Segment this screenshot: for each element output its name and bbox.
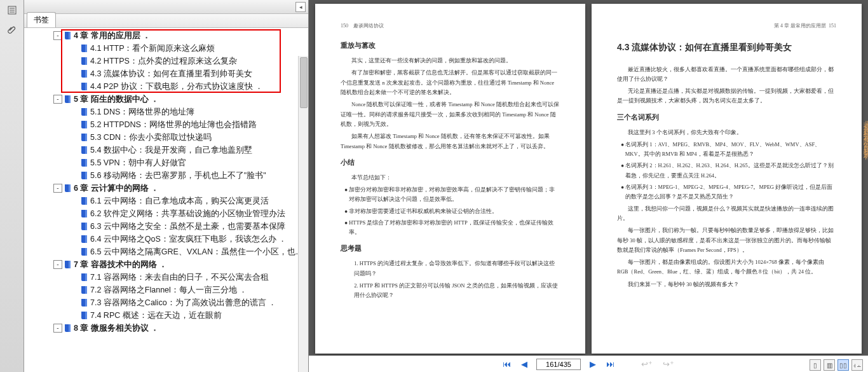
watermark-text: 北京智妍科技有限公司版权所有 [862, 114, 868, 150]
bookmark-item[interactable]: 5.3 CDN：你去小卖部取过快递吗 [24, 131, 308, 144]
page-number-input[interactable] [536, 359, 581, 370]
bookmarks-tab[interactable]: 书签 [27, 12, 56, 27]
first-page-button[interactable]: ⏮ [501, 359, 512, 369]
toggle-spacer [70, 286, 79, 294]
attachment-tool-icon[interactable] [4, 23, 20, 38]
bookmark-label: 5.6 移动网络：去巴塞罗那，手机也上不了"脸书" [90, 170, 266, 181]
toggle-spacer [70, 222, 79, 231]
collapse-icon[interactable]: - [53, 184, 62, 193]
bookmark-icon [80, 133, 88, 142]
collapse-icon[interactable]: - [53, 31, 62, 40]
two-page-view-button[interactable]: ▯▯ [837, 359, 849, 371]
bookmark-item[interactable]: 4.3 流媒体协议：如何在直播里看到帅哥美女 [24, 67, 308, 80]
bookmark-item[interactable]: 4.4 P2P 协议：下载电影，分布式协议速度快 ． [24, 80, 308, 93]
bookmark-item[interactable]: 6.1 云中网络：自己拿地成本高，购买公寓更灵活 [24, 195, 308, 207]
section-heading: 三个名词系列 [617, 111, 836, 124]
toggle-spacer [70, 158, 79, 167]
bookmark-item[interactable]: 5.4 数据中心：我是开发商，自己拿地盖别墅 [24, 144, 308, 156]
bookmark-item[interactable]: -4 章 常用的应用层 ． [24, 29, 308, 42]
bookmark-item[interactable]: 5.5 VPN：朝中有人好做官 [24, 156, 308, 169]
bullet-item: ● 名词系列 1：AVI、MPEG、RMVB、MP4、MOV、FLV、WebM、… [617, 140, 836, 160]
bookmark-item[interactable]: -8 章 微服务相关协议 ． [24, 322, 308, 334]
view-mode-controls: ▯ ▥ ▯▯ ⫞⫠ [810, 359, 863, 371]
bookmark-label: 4.1 HTTP：看个新闻原来这么麻烦 [90, 43, 215, 54]
bookmarks-sidebar: ◂ 书签 -4 章 常用的应用层 ．4.1 HTTP：看个新闻原来这么麻烦4.2… [24, 0, 309, 372]
bookmark-icon [80, 146, 88, 155]
bookmark-item[interactable]: 6.2 软件定义网络：共享基础设施的小区物业管理办法 [24, 207, 308, 220]
bookmark-item[interactable]: 4.2 HTTPS：点外卖的过程原来这么复杂 [24, 55, 308, 67]
body-text: 我们来算一下，每秒钟 30 帧的视频有多大？ [617, 280, 836, 289]
bookmark-icon [80, 286, 88, 294]
bookmark-item[interactable]: 5.2 HTTPDNS：网络世界的地址簿也会指错路 [24, 118, 308, 131]
bookmark-item[interactable]: -5 章 陌生的数据中心 ． [24, 93, 308, 106]
question-item: 2. HTTP 和 HTTPS 的正文部分可以传输 JSON 之类的信息，如果传… [341, 281, 560, 301]
bookmark-item[interactable]: 6.4 云中网络之QoS：室友疯狂下电影，我该怎么办 ． [24, 233, 308, 245]
toggle-spacer [70, 146, 79, 155]
bookmark-item[interactable]: 4.1 HTTP：看个新闻原来这么麻烦 [24, 42, 308, 55]
collapse-icon[interactable]: - [53, 95, 62, 104]
bookmark-icon [64, 184, 71, 193]
bookmark-item[interactable]: 7.4 RPC 概述：远在天边，近在眼前 [24, 309, 308, 322]
bookmark-icon [80, 69, 88, 78]
bookmark-tree[interactable]: -4 章 常用的应用层 ．4.1 HTTP：看个新闻原来这么麻烦4.2 HTTP… [24, 28, 308, 372]
bookmark-label: 7.1 容器网络：来去自由的日子，不买公寓去合租 [90, 272, 269, 283]
collapse-icon[interactable]: - [53, 324, 62, 333]
bookmark-label: 6.2 软件定义网络：共享基础设施的小区物业管理办法 [90, 209, 285, 219]
toggle-spacer [70, 209, 79, 218]
bookmark-icon [80, 247, 88, 256]
bookmark-label: 6.5 云中网络之隔离GRE、VXLAN：虽然住一个小区，也要保护隐私 [90, 247, 308, 258]
next-page-button[interactable]: ▶ [588, 359, 597, 369]
bookmark-item[interactable]: -7 章 容器技术中的网络 ． [24, 258, 308, 271]
bookmark-label: 6 章 云计算中的网络 ． [74, 183, 159, 194]
outline-tool-icon[interactable] [4, 3, 20, 18]
bullet-item: ● 名词系列 2：H.261、H.262、H.263、H.264、H.265。这… [617, 161, 836, 181]
bookmark-label: 5.2 HTTPDNS：网络世界的地址簿也会指错路 [90, 120, 257, 130]
chapter-heading: 4.3 流媒体协议：如何在直播里看到帅哥美女 [617, 39, 836, 55]
page-right: 第 4 章 最常用的应用层 151 4.3 流媒体协议：如何在直播里看到帅哥美女… [592, 4, 862, 354]
body-text: 其实，这里还有一些没有解决的问题，例如重放和篡改的问题。 [341, 56, 560, 65]
bookmark-item[interactable]: -6 章 云计算中的网络 ． [24, 182, 308, 195]
running-title-right: 第 4 章 最常用的应用层 151 [774, 22, 836, 31]
bookmark-label: 5.4 数据中心：我是开发商，自己拿地盖别墅 [90, 145, 252, 156]
bookmark-item[interactable]: 7.2 容器网络之Flannel：每人一亩三分地 ． [24, 284, 308, 296]
bullet-item: ● 名词系列 3：MPEG-1、MPEG-2、MPEG-4、MPEG-7。MPE… [617, 183, 836, 202]
body-text: 有了加密和解密，黑客截获了信息也无法解开。但是黑客可以通过窃取截获的同一个信息重… [341, 68, 560, 97]
bookmark-label: 7 章 容器技术中的网络 ． [74, 259, 167, 270]
toggle-spacer [70, 196, 79, 205]
bookmark-icon [80, 273, 88, 282]
prev-page-button[interactable]: ◀ [520, 359, 529, 369]
bookmark-label: 6.3 云中网络之安全：虽然不是土豪，也需要基本保障 [90, 221, 285, 232]
collapse-sidebar-button[interactable]: ◂ [295, 2, 306, 12]
toggle-spacer [70, 273, 79, 282]
bookmark-icon [64, 260, 71, 269]
nav-back-button[interactable]: ↩⁺ [640, 359, 654, 369]
bookmark-label: 4.4 P2P 协议：下载电影，分布式协议速度快 ． [90, 81, 263, 92]
continuous-view-button[interactable]: ▥ [824, 359, 835, 371]
collapse-icon[interactable]: - [53, 260, 62, 269]
bookmark-label: 6.4 云中网络之QoS：室友疯狂下电影，我该怎么办 ． [90, 234, 287, 245]
bookmark-item[interactable]: 7.1 容器网络：来去自由的日子，不买公寓去合租 [24, 271, 308, 284]
body-text: 每一张图片，我们称为一帧。只要每秒钟帧的数量足够多，即播放得足够快，比如每秒 3… [617, 226, 836, 255]
scrollbar-thumb[interactable] [300, 57, 308, 108]
bookmark-item[interactable]: 6.3 云中网络之安全：虽然不是土豪，也需要基本保障 [24, 220, 308, 233]
section-heading: 思考题 [341, 242, 560, 255]
toggle-spacer [70, 247, 79, 256]
bookmark-item[interactable]: 6.5 云中网络之隔离GRE、VXLAN：虽然住一个小区，也要保护隐私 [24, 245, 308, 258]
book-view-button[interactable]: ⫞⫠ [851, 359, 863, 371]
bookmark-label: 4.3 流媒体协议：如何在直播里看到帅哥美女 [90, 69, 252, 79]
bookmark-label: 5.1 DNS：网络世界的地址簿 [90, 107, 194, 118]
section-heading: 小结 [341, 156, 560, 169]
bookmark-label: 7.4 RPC 概述：远在天边，近在眼前 [90, 310, 222, 321]
single-page-view-button[interactable]: ▯ [810, 359, 821, 371]
body-text: Nonce 随机数可以保证唯一性，或者将 Timestamp 和 Nonce 随… [341, 100, 560, 129]
bookmark-icon [80, 158, 88, 167]
bookmark-item[interactable]: 5.6 移动网络：去巴塞罗那，手机也上不了"脸书" [24, 169, 308, 182]
sidebar-tabs: 书签 [24, 14, 308, 28]
page-left: 150 趣谈网络协议 重放与篡改 其实，这里还有一些没有解决的问题，例如重放和篡… [315, 4, 585, 354]
bookmark-item[interactable]: 5.1 DNS：网络世界的地址簿 [24, 106, 308, 118]
bookmark-icon [80, 298, 88, 307]
tree-scrollbar[interactable] [298, 56, 308, 372]
bookmark-icon [80, 171, 88, 180]
last-page-button[interactable]: ⏭ [605, 359, 616, 369]
bookmark-item[interactable]: 7.3 容器网络之Calico：为了高效说出善意的谎言 ． [24, 296, 308, 309]
